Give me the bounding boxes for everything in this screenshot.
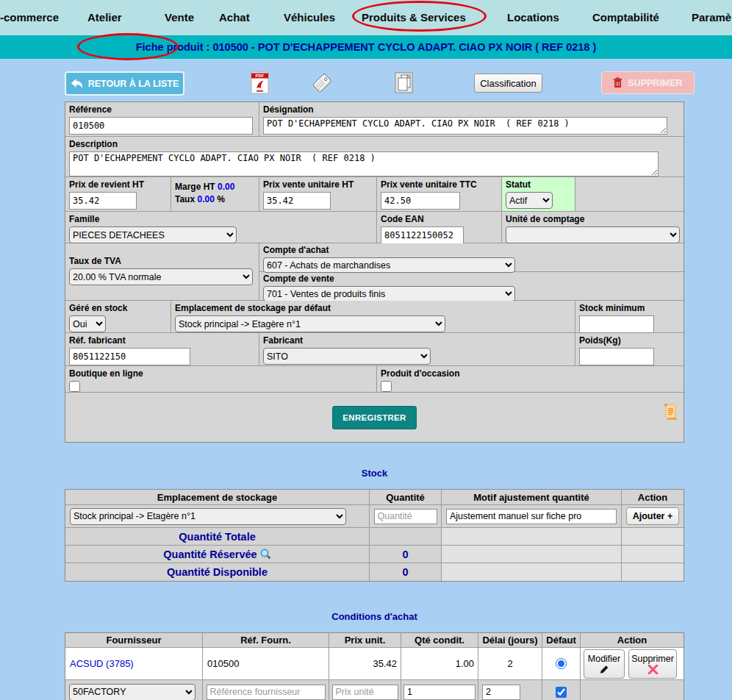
new-prix-unite-input[interactable] xyxy=(332,685,398,700)
fabricant-select[interactable]: SITO xyxy=(263,348,431,365)
marge-value: 0.00 xyxy=(218,182,234,192)
fournisseur-link[interactable]: ACSUD (3785) xyxy=(70,658,134,669)
stock-motif-input[interactable] xyxy=(446,509,617,524)
stock-header-motif: Motif ajustement quantité xyxy=(442,490,622,505)
quantite-disponible-label: Quantité Disponible xyxy=(65,563,370,581)
stock-quantite-input[interactable] xyxy=(374,509,437,524)
achat-qte-value: 1.00 xyxy=(401,648,478,680)
pencil-icon xyxy=(599,665,609,674)
modifier-button[interactable]: Modifier xyxy=(584,649,625,679)
ref-fabricant-label: Réf. fabricant xyxy=(69,335,255,346)
compte-achat-select[interactable]: 607 - Achats de marchandises xyxy=(263,257,515,273)
stock-section-title: Stock xyxy=(65,468,684,479)
magnifier-icon[interactable] xyxy=(260,549,271,560)
famille-select[interactable]: PIECES DETACHEES xyxy=(69,226,237,243)
supprimer-button[interactable]: Supprimer xyxy=(628,649,677,679)
reply-arrow-icon xyxy=(71,78,83,89)
new-defaut-checkbox[interactable] xyxy=(556,687,567,698)
new-ref-fournisseur-input[interactable] xyxy=(207,685,326,700)
stock-header-emplacement: Emplacement de stockage xyxy=(65,490,370,505)
gere-stock-label: Géré en stock xyxy=(69,303,167,313)
tag-label-icon[interactable] xyxy=(312,71,334,97)
nav-item-atelier[interactable]: Atelier xyxy=(87,11,122,24)
description-label: Description xyxy=(69,139,680,149)
marge-label: Marge HT xyxy=(175,182,215,192)
poids-input[interactable] xyxy=(579,348,654,365)
famille-label: Famille xyxy=(69,214,373,224)
nav-item-locations[interactable]: Locations xyxy=(507,11,559,24)
quantite-totale-value xyxy=(370,528,442,546)
nav-item-vehicules[interactable]: Véhicules xyxy=(284,11,335,24)
achat-header-defaut: Défaut xyxy=(542,633,581,648)
nav-item-achat[interactable]: Achat xyxy=(219,11,250,24)
statut-select[interactable]: Actif xyxy=(506,192,553,209)
emplacement-defaut-label: Emplacement de stockage par défaut xyxy=(175,303,571,313)
designation-label: Désignation xyxy=(263,104,680,115)
classification-button[interactable]: Classification xyxy=(474,74,542,93)
banner-label: Fiche produit : xyxy=(136,41,210,53)
poids-label: Poids(Kg) xyxy=(579,335,680,346)
pdf-icon[interactable]: PDF xyxy=(251,71,269,97)
product-banner: Fiche produit : 010500 - POT D'ECHAPPEME… xyxy=(0,35,732,59)
achat-delai-value: 2 xyxy=(478,648,542,680)
achat-header-ref: Réf. Fourn. xyxy=(203,633,329,648)
quantite-reservee-value: 0 xyxy=(370,546,442,563)
statut-label: Statut xyxy=(506,179,571,190)
designation-textarea[interactable]: POT D'ECHAPPEMENT CYCLO ADAPT. CIAO PX N… xyxy=(263,117,667,135)
achat-ref-value: 010500 xyxy=(203,648,329,680)
fabricant-label: Fabricant xyxy=(263,335,571,346)
prix-vente-ht-label: Prix vente unitaire HT xyxy=(263,179,373,190)
achat-header-qte: Qté condit. xyxy=(401,633,478,648)
trash-icon xyxy=(613,77,622,88)
red-x-icon xyxy=(647,665,659,674)
ref-fabricant-input[interactable] xyxy=(69,348,190,365)
stock-header-action: Action xyxy=(622,490,683,505)
notes-scroll-icon[interactable] xyxy=(663,402,678,425)
quantite-totale-label: Quantité Totale xyxy=(65,528,370,546)
nav-item-produits-services[interactable]: Produits & Services xyxy=(362,11,466,24)
nav-item-parametres[interactable]: Paramè xyxy=(692,11,731,24)
quantite-reservee-label: Quantité Réservée xyxy=(163,549,256,560)
code-ean-label: Code EAN xyxy=(381,214,498,224)
product-form: Référence Désignation POT D'ECHAPPEMENT … xyxy=(65,101,684,443)
new-qte-input[interactable] xyxy=(403,685,476,700)
boutique-label: Boutique en ligne xyxy=(69,368,373,379)
unite-comptage-select[interactable] xyxy=(506,226,680,243)
nav-item-ecommerce[interactable]: -commerce xyxy=(0,11,59,24)
stock-header-quantite: Quantité xyxy=(370,490,442,505)
compte-vente-select[interactable]: 701 - Ventes de produits finis xyxy=(263,286,515,301)
top-nav: -commerce Atelier Vente Achat Véhicules … xyxy=(0,0,732,35)
taux-unit: % xyxy=(217,194,225,204)
prix-vente-ttc-label: Prix vente unitaire TTC xyxy=(381,179,498,190)
reference-input[interactable] xyxy=(69,117,253,135)
stock-ajouter-button[interactable]: Ajouter + xyxy=(626,507,680,525)
new-delai-input[interactable] xyxy=(482,685,520,700)
occasion-label: Produit d'occasion xyxy=(381,368,680,379)
occasion-checkbox[interactable] xyxy=(381,381,392,392)
save-button[interactable]: ENREGISTRER xyxy=(332,406,416,429)
taux-label: Taux xyxy=(175,194,195,204)
banner-title: 010500 - POT D'ECHAPPEMENT CYCLO ADAPT. … xyxy=(209,41,596,53)
achat-header-delai: Délai (jours) xyxy=(478,633,542,648)
nav-item-comptabilite[interactable]: Comptabilité xyxy=(592,11,659,24)
code-ean-input[interactable] xyxy=(381,226,464,244)
boutique-checkbox[interactable] xyxy=(69,381,80,392)
stock-table: Emplacement de stockage Quantité Motif a… xyxy=(65,489,684,582)
emplacement-defaut-select[interactable]: Stock principal -> Etagère n°1 xyxy=(175,315,445,332)
prix-vente-ht-input[interactable] xyxy=(263,192,331,210)
reference-label: Référence xyxy=(69,104,255,115)
tva-label: Taux de TVA xyxy=(69,256,255,266)
delete-button[interactable]: SUPPRIMER xyxy=(601,71,695,94)
duplicate-icon[interactable] xyxy=(394,71,414,97)
stock-minimum-input[interactable] xyxy=(579,315,654,333)
tva-select[interactable]: 20.00 % TVA normale xyxy=(69,268,253,285)
stock-emplacement-select[interactable]: Stock principal -> Etagère n°1 xyxy=(70,508,346,525)
nav-item-vente[interactable]: Vente xyxy=(165,11,194,24)
gere-stock-select[interactable]: Oui xyxy=(69,315,106,332)
prix-vente-ttc-input[interactable] xyxy=(381,192,460,210)
prix-revient-input[interactable] xyxy=(69,192,137,210)
description-textarea[interactable]: POT D'ECHAPPEMENT CYCLO ADAPT. CIAO PX N… xyxy=(69,151,659,176)
defaut-radio[interactable] xyxy=(556,658,567,669)
back-to-list-button[interactable]: RETOUR À LA LISTE xyxy=(65,71,184,96)
new-fournisseur-select[interactable]: 50FACTORY xyxy=(69,684,195,700)
